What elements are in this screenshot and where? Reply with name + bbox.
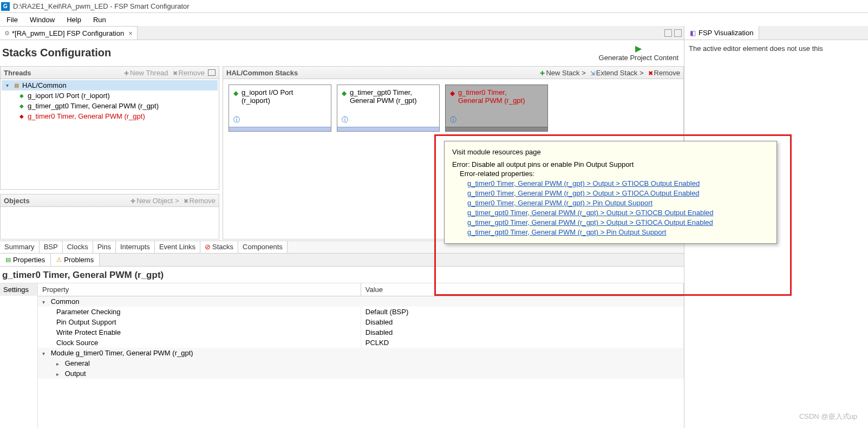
threads-panel-header: Threads ✚New Thread ✖Remove [0, 66, 219, 79]
error-tooltip: Visit module resources page Error: Disab… [444, 141, 777, 244]
tooltip-link[interactable]: g_timer_gpt0 Timer, General PWM (r_gpt) … [467, 218, 769, 226]
menu-window[interactable]: Window [24, 15, 60, 25]
stack-box-timer0[interactable]: ◆g_timer0 Timer,General PWM (r_gpt) ⓘ [445, 85, 548, 132]
hal-title: HAL/Common Stacks [226, 69, 536, 77]
objects-body[interactable] [0, 207, 219, 239]
prop-row[interactable]: Write Protect EnableDisabled [38, 327, 684, 338]
stack-bar [446, 127, 547, 131]
col-property[interactable]: Property [38, 283, 361, 296]
tab-fsp-visualization[interactable]: ◧ FSP Visualization [684, 26, 759, 40]
group-module[interactable]: ▾ Module g_timer0 Timer, General PWM (r_… [38, 348, 684, 358]
prop-row[interactable]: Parameter CheckingDefault (BSP) [38, 307, 684, 317]
tooltip-link[interactable]: g_timer0 Timer, General PWM (r_gpt) > Pi… [467, 199, 769, 207]
tab-problems[interactable]: ⚠Problems [51, 254, 100, 266]
tooltip-error: Error: Disable all output pins or enable… [452, 160, 769, 168]
stack-bar [229, 127, 331, 131]
collapse-icon[interactable] [208, 69, 216, 76]
objects-panel-header: Objects ✚New Object > ✖Remove [0, 194, 219, 207]
plus-icon: ✚ [124, 70, 129, 76]
tooltip-visit: Visit module resources page [452, 148, 769, 156]
group-common[interactable]: ▾ Common [38, 296, 684, 307]
properties-table[interactable]: Property Value ▾ Common Parameter Checki… [38, 283, 684, 428]
x-icon: ✖ [173, 70, 178, 76]
tab-controls [664, 26, 684, 40]
module-icon: ◆ [18, 102, 25, 110]
module-error-icon: ◆ [18, 113, 25, 120]
extend-stack-button[interactable]: ⇲Extend Stack > [590, 69, 644, 77]
info-icon[interactable]: ⓘ [446, 115, 547, 127]
tree-label: g_timer_gpt0 Timer, General PWM (r_gpt) [28, 102, 159, 110]
chevron-down-icon[interactable]: ▾ [4, 82, 10, 88]
x-icon: ✖ [648, 70, 653, 76]
tree-label: HAL/Common [22, 81, 67, 89]
app-icon: G [1, 2, 10, 11]
minimize-icon[interactable] [664, 29, 672, 37]
tooltip-link[interactable]: g_timer_gpt0 Timer, General PWM (r_gpt) … [467, 209, 769, 217]
subgroup-general[interactable]: ▸ General [38, 358, 684, 368]
hal-stacks-header: HAL/Common Stacks ✚New Stack > ⇲Extend S… [223, 66, 684, 79]
tooltip-link[interactable]: g_timer_gpt0 Timer, General PWM (r_gpt) … [467, 228, 769, 236]
tooltip-link[interactable]: g_timer0 Timer, General PWM (r_gpt) > Ou… [467, 179, 769, 187]
prop-row[interactable]: Pin Output SupportDisabled [38, 317, 684, 327]
tree-node-timer-gpt0[interactable]: ◆ g_timer_gpt0 Timer, General PWM (r_gpt… [2, 101, 218, 111]
stack-box-ioport[interactable]: ◆g_ioport I/O Port(r_ioport) ⓘ [229, 85, 331, 132]
menu-run[interactable]: Run [88, 15, 112, 25]
new-stack-button[interactable]: ✚New Stack > [540, 69, 585, 77]
new-object-button[interactable]: ✚New Object > [130, 197, 179, 205]
view-tabs: ▤Properties ⚠Problems [0, 254, 684, 267]
info-icon[interactable]: ⓘ [337, 115, 439, 127]
chevron-down-icon[interactable]: ▾ [42, 299, 49, 305]
chevron-right-icon[interactable]: ▸ [56, 361, 63, 367]
prop-row[interactable]: Clock SourcePCLKD [38, 338, 684, 348]
tab-stacks[interactable]: ⊘Stacks [200, 241, 238, 253]
module-icon: ◆ [233, 89, 238, 114]
play-icon: ▶ [599, 43, 678, 54]
close-icon[interactable]: × [128, 29, 133, 37]
tab-pins[interactable]: Pins [93, 241, 116, 253]
info-icon[interactable]: ⓘ [229, 115, 331, 127]
window-title: D:\RA2E1_Keil\RA_pwm_LED - FSP Smart Con… [13, 2, 190, 10]
page-title: Stacks Configuration [2, 47, 111, 59]
tree-node-hal-common[interactable]: ▾ ▦ HAL/Common [2, 80, 218, 90]
objects-title: Objects [4, 197, 126, 205]
tab-event-links[interactable]: Event Links [155, 241, 200, 253]
tab-interrupts[interactable]: Interrupts [116, 241, 155, 253]
col-value[interactable]: Value [361, 283, 683, 296]
tab-summary[interactable]: Summary [0, 241, 40, 253]
subgroup-output[interactable]: ▸ Output [38, 368, 684, 379]
properties-icon: ▤ [5, 256, 11, 263]
tab-bsp[interactable]: BSP [40, 241, 63, 253]
threads-title: Threads [4, 69, 120, 77]
tooltip-related-label: Error-related properties: [460, 170, 769, 178]
menu-help[interactable]: Help [61, 15, 87, 25]
remove-thread-button[interactable]: ✖Remove [173, 69, 205, 77]
properties-title: g_timer0 Timer, General PWM (r_gpt) [0, 267, 684, 283]
module-error-icon: ◆ [450, 89, 455, 114]
generate-project-content-button[interactable]: ▶ Generate Project Content [599, 43, 678, 62]
module-icon: ◆ [342, 89, 347, 114]
menu-file[interactable]: File [1, 15, 23, 25]
remove-stack-button[interactable]: ✖Remove [648, 69, 680, 77]
chevron-right-icon[interactable]: ▸ [56, 371, 63, 377]
tree-node-timer0[interactable]: ◆ g_timer0 Timer, General PWM (r_gpt) [2, 111, 218, 121]
stack-box-timer-gpt0[interactable]: ◆g_timer_gpt0 Timer,General PWM (r_gpt) … [337, 85, 440, 132]
plus-icon: ✚ [130, 198, 135, 204]
new-thread-button[interactable]: ✚New Thread [124, 69, 168, 77]
remove-object-button[interactable]: ✖Remove [184, 197, 216, 205]
tree-label: g_ioport I/O Port (r_ioport) [28, 92, 110, 100]
threads-tree[interactable]: ▾ ▦ HAL/Common ◆ g_ioport I/O Port (r_io… [0, 79, 219, 190]
tooltip-link[interactable]: g_timer0 Timer, General PWM (r_gpt) > Ou… [467, 189, 769, 197]
menu-bar: File Window Help Run [0, 13, 868, 26]
error-icon: ⊘ [205, 243, 211, 251]
tab-components[interactable]: Components [238, 241, 288, 253]
maximize-icon[interactable] [674, 29, 682, 37]
editor-tab-fsp-config[interactable]: ⚙ *[RA_pwm_LED] FSP Configuration × [0, 26, 138, 40]
sidebar-item-settings[interactable]: Settings [0, 283, 37, 296]
tab-clocks[interactable]: Clocks [63, 241, 93, 253]
tree-label: g_timer0 Timer, General PWM (r_gpt) [28, 112, 145, 120]
tree-node-ioport[interactable]: ◆ g_ioport I/O Port (r_ioport) [2, 90, 218, 101]
chevron-down-icon[interactable]: ▾ [42, 351, 49, 356]
extend-icon: ⇲ [590, 70, 595, 76]
stacks-header: Stacks Configuration ▶ Generate Project … [0, 40, 684, 66]
tab-properties[interactable]: ▤Properties [0, 254, 51, 266]
